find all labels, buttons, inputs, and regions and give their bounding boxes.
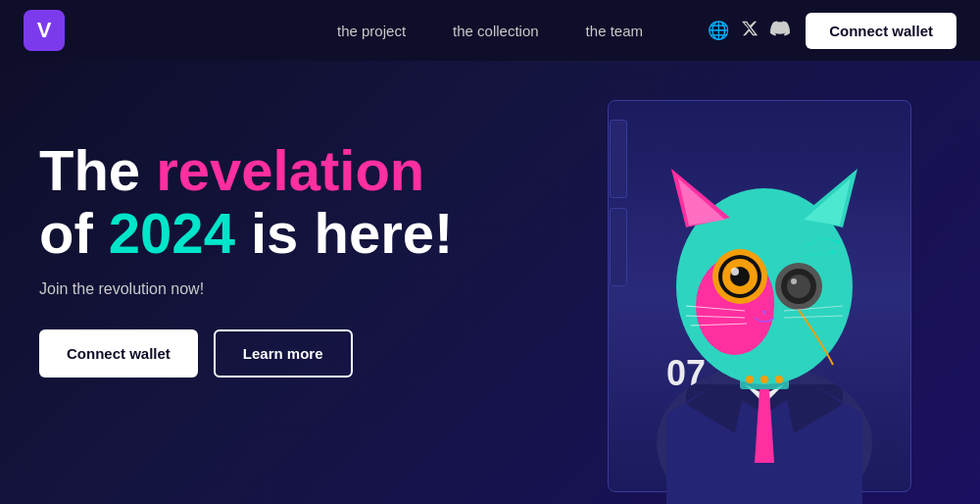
svg-point-32 [760,376,768,383]
hero-subtext: Join the revolution now! [39,280,549,298]
hero-illustration: 07 [568,80,941,504]
hero-headline: The revelation of 2024 is here! [39,139,549,265]
cat-svg [588,80,941,504]
nav-social-icons: 🌐 [708,19,790,43]
hero-learn-more-button[interactable]: Learn more [214,329,353,378]
svg-point-38 [831,250,835,254]
svg-point-19 [731,268,739,276]
svg-point-36 [836,240,840,244]
navbar: V the project the collection the team 🌐 … [0,0,980,61]
headline-2024: 2024 [109,201,235,265]
hero-connect-wallet-button[interactable]: Connect wallet [39,329,198,378]
hero-buttons: Connect wallet Learn more [39,329,549,378]
connect-wallet-button[interactable]: Connect wallet [806,13,956,49]
headline-of: of [39,201,109,265]
nav-link-project[interactable]: the project [337,23,406,39]
globe-icon[interactable]: 🌐 [708,20,729,41]
twitter-icon[interactable] [741,20,759,42]
svg-point-33 [775,376,783,383]
logo[interactable]: V [24,10,65,51]
nav-right: 🌐 Connect wallet [708,13,956,49]
hero-section: The revelation of 2024 is here! Join the… [0,61,980,504]
headline-revelation: revelation [156,138,424,202]
headline-is-here: is here! [235,201,453,265]
headline-the: The [39,138,156,202]
nav-links: the project the collection the team [337,23,643,39]
hero-left: The revelation of 2024 is here! Join the… [39,90,549,378]
discord-icon[interactable] [770,19,790,43]
nav-link-team[interactable]: the team [586,23,643,39]
svg-point-22 [787,275,810,298]
svg-point-31 [746,376,754,383]
nav-link-collection[interactable]: the collection [453,23,539,39]
svg-point-23 [791,278,797,284]
